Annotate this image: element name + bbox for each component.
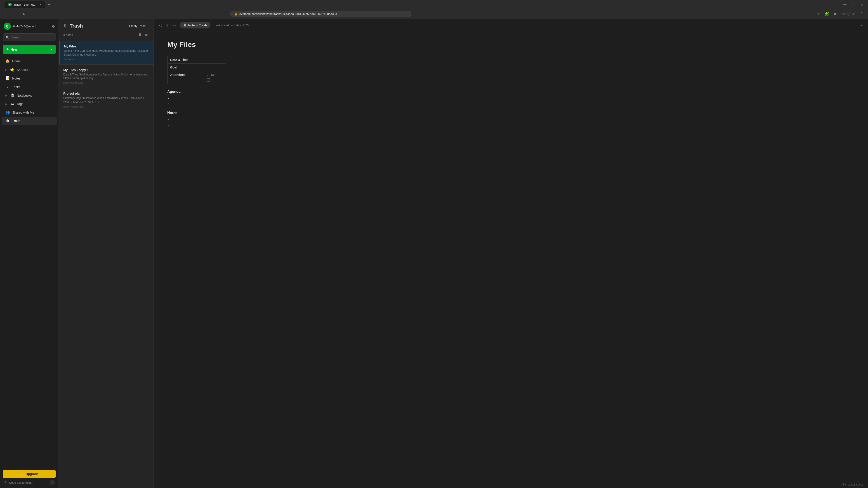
notes-bullets <box>167 118 855 127</box>
sidebar-item-trash[interactable]: 🗑 Trash <box>2 117 57 125</box>
tab-favicon: E <box>8 3 12 6</box>
table-row: Date & Time <box>167 56 226 64</box>
sidebar-item-tasks[interactable]: ✓ Tasks <box>2 83 57 91</box>
username-label: 6d44f5c4@mood... <box>13 25 50 28</box>
new-btn-label: New <box>11 48 17 51</box>
agenda-section-title: Agenda <box>167 90 855 94</box>
more-options-icon[interactable]: ⋯ <box>860 23 864 28</box>
note-in-trash-icon: 🗑 <box>183 23 186 27</box>
sidebar-footer: ⚡ Upgrade ❓ Need a little help? ‹ <box>0 467 59 488</box>
browser-chrome: E Trash - Evernote × + — ❐ ✕ ← → ↻ 🔒 eve… <box>0 0 868 19</box>
note-title: Project plan <box>63 92 149 95</box>
help-row[interactable]: ❓ Need a little help? ‹ <box>3 478 56 485</box>
empty-trash-btn[interactable]: Empty Trash <box>126 23 149 29</box>
close-btn[interactable]: ✕ <box>859 2 865 8</box>
view-toggle-btn[interactable]: ⊞ <box>144 32 149 38</box>
note-title: My Files - copy 1 <box>63 68 149 72</box>
table-cell-label: Date & Time <box>167 56 204 64</box>
table-row: Attendees ✓ Me <box>167 71 226 84</box>
note-in-trash-btn[interactable]: 🗑 Note in Trash <box>180 22 211 29</box>
chevron-down-icon: ▾ <box>51 48 52 51</box>
plus-icon: + <box>6 47 9 52</box>
new-tab-btn[interactable]: + <box>46 1 52 8</box>
table-row: Goal <box>167 64 226 71</box>
last-edited-label: Last edited on Feb 7, 2024 <box>215 24 250 27</box>
note-item[interactable]: My Files Date & Time Goal Attendees Me A… <box>59 41 153 65</box>
note-detail-content: My Files Date & Time Goal Attendees ✓ Me <box>154 31 868 481</box>
shared-icon: 👥 <box>5 110 10 115</box>
bullet-item <box>172 123 855 127</box>
browser-tab[interactable]: E Trash - Evernote × <box>4 1 45 8</box>
note-item[interactable]: My Files - copy 1 Date & Time Goal Atten… <box>59 65 153 88</box>
sidebar-item-label: Shortcuts <box>17 68 30 72</box>
sidebar-item-tags[interactable]: ▶ 🏷 Tags <box>2 100 57 108</box>
sidebar-collapse-btn[interactable]: ‹ <box>50 480 55 485</box>
bookmark-btn[interactable]: ☆ <box>815 11 822 17</box>
back-icon-btn[interactable]: ◁ <box>158 22 163 29</box>
sidebar-item-notes[interactable]: 📝 Notes <box>2 74 57 83</box>
upgrade-btn[interactable]: ⚡ Upgrade <box>3 470 56 478</box>
tab-title: Trash - Evernote <box>13 3 35 6</box>
check-icon: ✓ <box>207 73 209 76</box>
note-table: Date & Time Goal Attendees ✓ Me <box>167 56 226 84</box>
note-title: My Files <box>64 44 149 48</box>
attendee-checkbox[interactable] <box>207 78 210 82</box>
notes-panel-title: Trash <box>70 23 83 29</box>
sidebar-nav: 🏠 Home ▶ ⭐ Shortcuts 📝 Notes ✓ Tasks ▶ 📓… <box>0 56 59 467</box>
tasks-icon: ✓ <box>5 85 10 89</box>
sidebar-header: Q 6d44f5c4@mood... ⚙ <box>0 19 59 32</box>
settings-icon[interactable]: ⚙ <box>52 24 55 29</box>
notes-panel-header: 🗑 Trash Empty Trash 3 notes ⇅ ⊞ <box>59 19 153 41</box>
breadcrumb-label: Trash <box>170 24 178 27</box>
address-bar[interactable]: 🔒 evernote.com/client/web#/trash/61e4aab… <box>230 11 411 17</box>
toolbar-actions: ☆ 🧩 ⧉ Incognito ⋮ <box>815 11 865 17</box>
table-cell-label: Goal <box>167 64 204 71</box>
notes-panel-title-row: 🗑 Trash Empty Trash <box>63 23 149 29</box>
reload-btn[interactable]: ↻ <box>21 11 27 17</box>
sidebar-item-notebooks[interactable]: ▶ 📓 Notebooks <box>2 91 57 100</box>
sidebar-item-home[interactable]: 🏠 Home <box>2 57 57 65</box>
forward-btn[interactable]: → <box>12 11 19 17</box>
sidebar-item-label: Notebooks <box>17 94 32 97</box>
notes-icon: 📝 <box>5 76 10 80</box>
search-bar[interactable]: 🔍 Search <box>3 33 56 41</box>
table-cell-value <box>204 56 226 64</box>
sort-btn[interactable]: ⇅ <box>138 32 143 38</box>
minimize-btn[interactable]: — <box>841 2 848 8</box>
note-time: Just now <box>64 58 149 61</box>
lock-icon: 🔒 <box>234 12 238 15</box>
table-cell-value: ✓ Me <box>204 71 226 84</box>
maximize-btn[interactable]: ❐ <box>850 2 857 8</box>
sidebar-item-shared[interactable]: 👥 Shared with Me <box>2 108 57 117</box>
breadcrumb: 🗑 Trash <box>165 23 178 27</box>
sidebar-item-label: Notes <box>12 76 21 80</box>
browser-menu-btn[interactable]: ⋮ <box>858 11 865 17</box>
help-text: Need a little help? <box>9 481 33 484</box>
split-btn[interactable]: ⧉ <box>832 11 838 17</box>
note-item[interactable]: Project plan Summary Major Milestones We… <box>59 88 153 112</box>
home-icon: 🏠 <box>5 59 10 63</box>
note-time: a few minutes ago <box>63 105 149 108</box>
new-note-btn[interactable]: + New ▾ <box>3 45 56 54</box>
notes-count: 3 notes <box>63 33 136 37</box>
notebooks-icon: 📓 <box>10 93 14 98</box>
window-controls: — ❐ ✕ <box>841 2 865 8</box>
expand-icon: ▶ <box>5 103 7 105</box>
tab-close-btn[interactable]: × <box>40 3 41 6</box>
extensions-btn[interactable]: 🧩 <box>823 11 831 17</box>
note-preview: Date & Time Goal Attendees Me Agenda Not… <box>64 49 149 57</box>
sidebar-item-label: Home <box>12 59 21 63</box>
note-preview: Summary Major Milestones Week 1 MM/DD/YY… <box>63 96 149 104</box>
back-btn[interactable]: ← <box>3 11 10 17</box>
profile-btn[interactable]: Incognito <box>839 11 857 17</box>
upgrade-label: Upgrade <box>26 472 39 476</box>
attendee-name: Me <box>211 73 215 76</box>
expand-icon: ▶ <box>5 68 7 71</box>
table-cell-value <box>204 64 226 71</box>
agenda-bullets <box>167 96 855 105</box>
note-title-display: My Files <box>167 40 855 49</box>
help-icon: ❓ <box>4 481 7 484</box>
note-time: a few minutes ago <box>63 82 149 84</box>
bullet-item <box>172 118 855 121</box>
sidebar-item-shortcuts[interactable]: ▶ ⭐ Shortcuts <box>2 66 57 74</box>
